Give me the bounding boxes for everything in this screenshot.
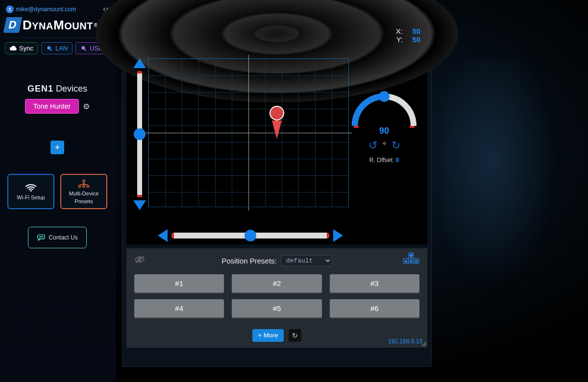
- svg-point-5: [30, 190, 31, 191]
- x-slider-track[interactable]: [172, 233, 329, 239]
- preset-button-5[interactable]: #5: [232, 299, 321, 317]
- svg-point-12: [41, 237, 42, 237]
- svg-text:S: S: [410, 260, 413, 263]
- x-value: 50: [403, 27, 420, 35]
- chat-icon: [37, 234, 46, 241]
- preset-button-4[interactable]: #4: [134, 299, 224, 317]
- coordinates-readout: X:50 Y:50: [392, 27, 420, 44]
- sync-button[interactable]: Sync: [5, 42, 38, 54]
- y-slider: [135, 58, 144, 210]
- svg-point-0: [9, 7, 10, 9]
- y-value: 50: [403, 35, 420, 44]
- y-slider-thumb[interactable]: [134, 128, 146, 140]
- brand-name: DYNAMOUNT: [23, 18, 93, 33]
- wifi-card-label: Wi-Fi Setup: [17, 194, 45, 200]
- microphone-marker[interactable]: [270, 106, 284, 140]
- svg-point-8: [83, 185, 85, 187]
- connection-row: Sync LAN USB: [4, 42, 111, 54]
- devices-heading-rest: Devices: [53, 84, 87, 94]
- svg-point-6: [83, 180, 85, 182]
- sync-label: Sync: [19, 45, 33, 52]
- rotation-offset: R. Offset: 0: [348, 157, 420, 164]
- contact-label: Contact Us: [49, 234, 77, 241]
- xy-grid[interactable]: [148, 58, 349, 207]
- mic-body-icon: [272, 120, 282, 139]
- svg-text:A: A: [405, 260, 407, 263]
- device-ip: 192.168.0.13: [388, 338, 422, 345]
- main-panel: Tone Hunter ⊕ Calibrate X:50 Y:50: [122, 5, 431, 366]
- multi-card-label1: Multi-Device: [69, 191, 99, 196]
- contact-us-button[interactable]: Contact Us: [28, 227, 87, 248]
- wifi-setup-card[interactable]: Wi-Fi Setup: [7, 174, 54, 209]
- lan-button[interactable]: LAN: [41, 42, 73, 54]
- svg-point-16: [379, 91, 390, 102]
- presets-panel: Position Presets: default W A S D #1 #2 …: [126, 248, 427, 348]
- r-offset-value: 0: [396, 157, 399, 164]
- x-left-button[interactable]: [158, 229, 168, 242]
- background-smoke: [441, 59, 568, 313]
- r-offset-label: R. Offset:: [369, 157, 394, 164]
- multi-device-presets-card[interactable]: Multi-Device Presets: [60, 174, 107, 209]
- refresh-presets-button[interactable]: ↻: [289, 329, 301, 342]
- y-label: Y:: [392, 35, 403, 44]
- sidebar: mike@dynamount.com ‹‹ D DYNAMOUNT ® Sync…: [0, 0, 115, 382]
- svg-text:D: D: [415, 260, 417, 263]
- more-presets-button[interactable]: + More: [252, 329, 284, 342]
- svg-text:W: W: [410, 254, 413, 257]
- wifi-icon: [24, 183, 37, 192]
- rotation-center-icon[interactable]: ⌖: [382, 139, 387, 152]
- x-label: X:: [392, 27, 403, 35]
- rotation-gauge: 90 ↺ ⌖ ↻ R. Offset: 0: [348, 89, 420, 164]
- presets-label: Position Presets:: [221, 257, 277, 265]
- svg-point-7: [78, 185, 80, 187]
- y-slider-track[interactable]: [137, 71, 142, 197]
- svg-point-9: [87, 185, 89, 187]
- preset-grid: #1 #2 #3 #4 #5 #6: [134, 274, 419, 317]
- svg-line-2: [50, 49, 52, 51]
- devices-heading-bold: GEN1: [27, 84, 53, 94]
- lan-label: LAN: [55, 45, 68, 52]
- svg-point-13: [42, 237, 43, 237]
- resize-handle-icon[interactable]: ◢: [421, 339, 426, 347]
- user-icon: [6, 5, 14, 13]
- user-chip[interactable]: mike@dynamount.com: [6, 5, 76, 13]
- x-right-button[interactable]: [333, 229, 343, 242]
- brand-logo: D DYNAMOUNT ®: [4, 17, 111, 36]
- device-tone-hunter-label: Tone Hunter: [33, 102, 71, 110]
- wasd-keys-icon[interactable]: W A S D: [403, 252, 419, 266]
- x-slider: [158, 231, 343, 240]
- position-stage: X:50 Y:50: [126, 19, 427, 244]
- device-settings-icon[interactable]: ⚙: [83, 102, 90, 111]
- brand-mark-icon: D: [3, 17, 23, 33]
- preset-button-3[interactable]: #3: [330, 274, 419, 292]
- preset-button-2[interactable]: #2: [232, 274, 321, 292]
- svg-line-4: [84, 49, 86, 51]
- preset-button-6[interactable]: #6: [330, 299, 419, 317]
- svg-point-11: [40, 237, 40, 237]
- preset-button-1[interactable]: #1: [134, 274, 224, 292]
- device-tone-hunter[interactable]: Tone Hunter: [25, 99, 79, 114]
- add-device-button[interactable]: +: [50, 141, 64, 154]
- presets-select[interactable]: default: [281, 255, 332, 266]
- y-up-button[interactable]: [133, 58, 146, 68]
- multi-card-label2: Presets: [74, 198, 93, 204]
- rotate-ccw-button[interactable]: ↺: [368, 139, 377, 152]
- mic-head-icon: [270, 106, 284, 120]
- x-slider-thumb[interactable]: [245, 230, 256, 241]
- rotate-cw-button[interactable]: ↻: [392, 139, 400, 152]
- network-icon: [77, 179, 90, 189]
- y-down-button[interactable]: [133, 200, 146, 210]
- user-email: mike@dynamount.com: [16, 6, 76, 13]
- devices-heading: GEN1 Devices: [4, 84, 111, 94]
- visibility-toggle-icon[interactable]: [134, 255, 145, 266]
